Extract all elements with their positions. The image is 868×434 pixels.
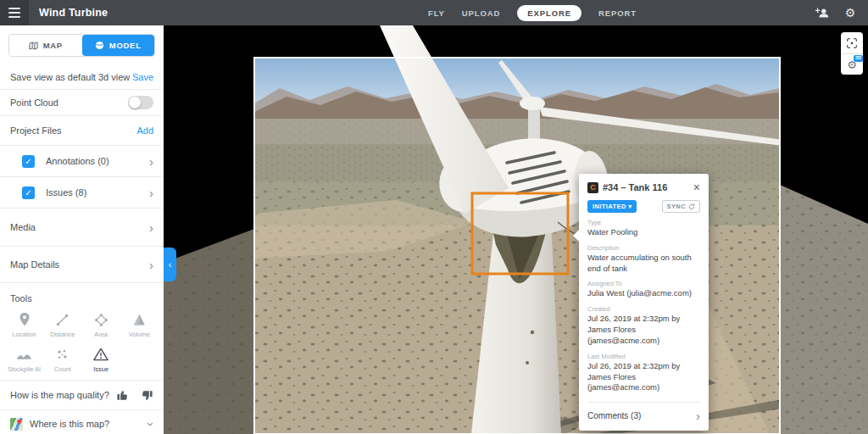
project-files-label: Project Files xyxy=(10,125,136,136)
integration-logo-icon: C xyxy=(587,182,598,193)
media-label: Media xyxy=(10,222,149,232)
issue-card: C #34 – Tank 116 × INITIATED ▾ SYNC Type… xyxy=(579,174,709,431)
issue-title: #34 – Tank 116 xyxy=(603,182,689,192)
location-pin-icon xyxy=(18,310,31,329)
annotations-label: Annotations (0) xyxy=(46,156,149,166)
area-icon xyxy=(94,310,108,329)
top-bar: Wind Turbine FLY UPLOAD EXPLORE REPORT ⚙ xyxy=(0,0,868,25)
layer-row-issues[interactable]: ✓ Issues (8) › xyxy=(0,177,164,209)
field-type: Type Water Pooling xyxy=(587,219,700,238)
point-cloud-label: Point Cloud xyxy=(10,97,128,108)
chevron-right-icon[interactable]: › xyxy=(149,155,153,168)
tool-volume[interactable]: Volume xyxy=(120,310,159,338)
sidebar-collapse-button[interactable]: ‹ xyxy=(164,248,176,281)
model-label: MODEL xyxy=(109,41,142,50)
comments-label: Comments (3) xyxy=(587,411,696,420)
map-toggle-button[interactable]: MAP xyxy=(9,35,82,56)
sync-icon xyxy=(688,203,695,210)
sync-button[interactable]: SYNC xyxy=(662,200,700,213)
media-row[interactable]: Media › xyxy=(0,209,164,247)
map-quality-label: How is the map quality? xyxy=(10,390,116,400)
app-window: Wind Turbine FLY UPLOAD EXPLORE REPORT ⚙… xyxy=(0,0,868,434)
add-project-file-button[interactable]: Add xyxy=(136,125,153,136)
add-people-icon[interactable] xyxy=(815,5,830,20)
recenter-view-button[interactable] xyxy=(841,32,863,53)
annotations-checkbox[interactable]: ✓ xyxy=(22,155,35,168)
status-dropdown[interactable]: INITIATED ▾ xyxy=(587,200,637,213)
save-view-label: Save view as default 3d view xyxy=(10,72,132,82)
thumbs-up-icon[interactable] xyxy=(116,389,129,402)
field-created: Created Jul 26, 2019 at 2:32pm by James … xyxy=(587,305,700,346)
terrain-right xyxy=(780,185,868,434)
card-pointer xyxy=(573,230,579,242)
3d-settings-button[interactable]: ⚙ 3D xyxy=(841,53,863,75)
chevron-right-icon[interactable]: › xyxy=(149,221,153,234)
tab-upload[interactable]: UPLOAD xyxy=(462,8,501,18)
viewport-controls: ⚙ 3D xyxy=(841,32,863,75)
tool-stockpile-ai[interactable]: Stockpile AI xyxy=(5,345,43,373)
tool-area[interactable]: Area xyxy=(82,310,120,338)
close-icon[interactable]: × xyxy=(693,181,700,193)
project-files-row: Project Files Add xyxy=(0,116,164,146)
save-view-row: Save view as default 3d view Save xyxy=(0,64,164,90)
chevron-right-icon[interactable]: › xyxy=(149,186,153,199)
layer-row-annotations[interactable]: ✓ Annotations (0) › xyxy=(0,146,164,177)
issue-warning-icon xyxy=(93,345,108,364)
terrain-left xyxy=(164,229,254,434)
field-assigned-to: Assigned To Julia West (julia@acme.com) xyxy=(587,280,700,299)
where-map-row[interactable]: Where is this map? › xyxy=(0,410,164,434)
issues-checkbox[interactable]: ✓ xyxy=(22,186,35,199)
tools-section: Tools Location Distance Area xyxy=(0,283,164,381)
project-title: Wind Turbine xyxy=(39,7,108,19)
map-label: MAP xyxy=(43,41,63,50)
model-3d-icon xyxy=(95,41,104,50)
nav-tabs: FLY UPLOAD EXPLORE REPORT xyxy=(428,0,637,25)
save-view-button[interactable]: Save xyxy=(132,72,153,82)
map-quality-row: How is the map quality? xyxy=(0,381,164,410)
where-map-label: Where is this map? xyxy=(30,419,149,429)
tool-issue[interactable]: Issue xyxy=(82,345,120,373)
chevron-right-icon: › xyxy=(696,409,700,422)
point-cloud-row: Point Cloud xyxy=(0,90,164,116)
tab-explore[interactable]: EXPLORE xyxy=(517,5,581,21)
stockpile-icon xyxy=(16,345,32,364)
map-details-row[interactable]: Map Details › xyxy=(0,247,164,283)
map-icon xyxy=(29,42,38,50)
tab-fly[interactable]: FLY xyxy=(428,8,445,18)
menu-icon[interactable] xyxy=(0,0,29,25)
map-details-label: Map Details xyxy=(10,259,149,270)
issues-label: Issues (8) xyxy=(46,187,149,198)
comments-row[interactable]: Comments (3) › xyxy=(587,403,700,427)
tool-count[interactable]: Count xyxy=(43,345,81,373)
field-last-modified: Last Modified Jul 26, 2019 at 2:32pm by … xyxy=(587,353,700,393)
thumbs-down-icon[interactable] xyxy=(141,389,153,402)
count-dots-icon xyxy=(55,345,70,364)
tools-label: Tools xyxy=(5,293,159,303)
point-cloud-toggle[interactable] xyxy=(128,96,153,109)
tool-location[interactable]: Location xyxy=(5,310,43,338)
map-model-toggle: MAP MODEL xyxy=(8,34,155,57)
caret-down-icon: ▾ xyxy=(628,203,632,210)
volume-cone-icon xyxy=(132,310,147,329)
minimap-icon xyxy=(10,418,23,431)
inspection-photo[interactable] xyxy=(254,58,816,434)
distance-icon xyxy=(55,310,70,329)
sidebar: MAP MODEL Save view as default 3d view S… xyxy=(0,25,164,434)
model-toggle-button[interactable]: MODEL xyxy=(82,35,155,56)
chevron-down-icon[interactable]: › xyxy=(145,422,158,426)
tool-distance[interactable]: Distance xyxy=(43,310,81,338)
settings-icon[interactable]: ⚙ xyxy=(843,5,858,20)
field-description: Description Water accumulating on south … xyxy=(587,244,700,275)
chevron-right-icon[interactable]: › xyxy=(149,259,153,271)
3d-badge: 3D xyxy=(854,55,863,62)
focus-icon xyxy=(845,36,859,50)
tab-report[interactable]: REPORT xyxy=(598,8,637,18)
